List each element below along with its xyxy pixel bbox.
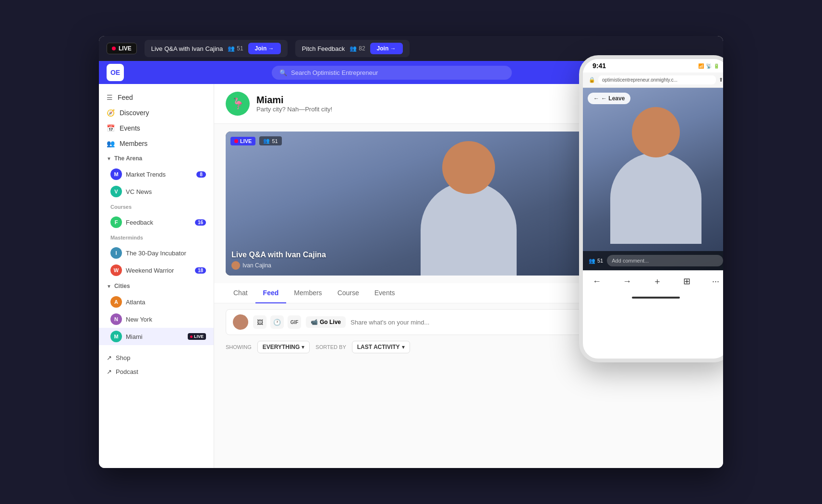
feed-icon: ☰ [107,94,113,101]
cities-section-header[interactable]: ▼ Cities [99,279,214,293]
phone-viewers: 👥 51 [589,258,603,264]
phone-url[interactable]: optimisticentrepreneur.onmighty.c... [598,75,716,84]
video-viewers: 👥 51 [259,136,281,145]
tab-course[interactable]: Course [330,283,367,303]
video-live-dot [234,139,238,143]
event1-count: 👥 51 [228,45,243,52]
market-trends-icon: M [110,168,122,180]
phone-time: 9:41 [592,62,606,70]
go-live-button[interactable]: 📹 Go Live [306,316,346,328]
masterminds-section-header[interactable]: Masterminds [99,231,214,244]
sidebar-item-members[interactable]: 👥 Members [99,136,214,151]
phone-back-button[interactable]: ← [592,276,601,287]
group-name: Miami [256,95,332,106]
showing-select[interactable]: EVERYTHING ▾ [257,341,310,353]
gif-tool-button[interactable]: GIF [288,315,301,329]
search-placeholder: Search Optimistic Entrepreneur [291,69,378,76]
podcast-label: Podcast [116,368,138,375]
masterminds-label: Masterminds [110,235,143,240]
image-tool-button[interactable]: 🖼 [253,315,266,329]
market-trends-label: Market Trends [126,171,166,178]
courses-section-header[interactable]: Courses [99,200,214,214]
phone-home-indicator [583,292,723,303]
video-overlay-bottom: Live Q&A with Ivan Cajina Ivan Cajina [231,251,326,270]
incubator-icon: I [110,247,122,259]
event1-bar: Live Q&A with Ivan Cajina 👥 51 Join → [145,40,288,57]
phone-forward-button[interactable]: → [623,276,631,287]
miami-icon: M [110,331,122,342]
event2-name: Pitch Feedback [302,45,345,52]
sorted-label: SORTED BY [315,344,346,350]
sidebar-item-members-label: Members [120,140,147,147]
signal-icon: 📶 [698,63,704,69]
video-overlay-top: LIVE 👥 51 [230,136,282,145]
video-live-badge: LIVE [230,137,255,145]
showing-label: SHOWING [226,344,252,350]
cities-section-label: Cities [114,283,130,289]
lock-icon: 🔒 [589,77,595,83]
sidebar-podcast[interactable]: ↗ Podcast [99,365,214,379]
logo: OE [107,64,124,81]
phone-status-bar: 9:41 📶 📡 🔋 [583,59,723,72]
sidebar-channel-incubator[interactable]: I The 30-Day Incubator [99,244,214,262]
video-title: Live Q&A with Ivan Cajina [231,251,326,259]
share-icon[interactable]: ⬆ [719,77,723,83]
phone-more-button[interactable]: ··· [712,276,719,287]
sorted-select[interactable]: LAST ACTIVITY ▾ [352,341,410,353]
miami-label: Miami [126,333,143,340]
composer-tools: 🖼 🕐 GIF [253,315,301,329]
tab-chat[interactable]: Chat [226,283,255,303]
home-bar [632,297,680,299]
sidebar-channel-feedback[interactable]: F Feedback 16 [99,214,214,231]
search-icon: 🔍 [279,69,287,76]
sidebar-shop[interactable]: ↗ Shop [99,351,214,365]
live-dot-icon [112,47,116,50]
group-avatar: 🦩 [226,92,250,116]
incubator-label: The 30-Day Incubator [126,250,186,257]
feedback-label: Feedback [126,219,153,226]
miami-live-tag: LIVE [188,333,206,340]
sidebar-item-discovery[interactable]: 🧭 Discovery [99,105,214,120]
phone-add-button[interactable]: ＋ [653,276,662,287]
sidebar-item-feed[interactable]: ☰ Feed [99,90,214,105]
tab-events[interactable]: Events [367,283,403,303]
phone-status-icons: 📶 📡 🔋 [698,63,719,69]
phone-leave-button[interactable]: ← ← Leave [588,93,630,104]
miami-live-dot [190,336,193,338]
phone-comment-input[interactable]: Add comment... [607,255,723,266]
sidebar-channel-miami[interactable]: M Miami LIVE [99,328,214,345]
sidebar-channel-vc-news[interactable]: V VC News [99,183,214,200]
composer-avatar [233,314,248,330]
sidebar-channel-market-trends[interactable]: M Market Trends 8 [99,166,214,183]
time-tool-button[interactable]: 🕐 [270,315,284,329]
search-bar[interactable]: 🔍 Search Optimistic Entrepreneur [272,66,512,80]
sidebar-item-feed-label: Feed [118,94,133,101]
tab-feed[interactable]: Feed [255,283,287,303]
phone-tabs-button[interactable]: ⊞ [683,276,690,287]
sidebar: ☰ Feed 🧭 Discovery 📅 Events 👥 Members ▼ [99,84,214,468]
event2-join-button[interactable]: Join → [370,43,403,54]
live-badge: LIVE [107,43,137,54]
discovery-icon: 🧭 [107,109,115,117]
arena-section-header[interactable]: ▼ The Arena [99,151,214,166]
sidebar-channel-weekend[interactable]: W Weekend Warrior 18 [99,262,214,279]
new-york-icon: N [110,313,122,325]
phone-comment-bar: 👥 51 Add comment... [583,251,723,270]
cities-chevron-icon: ▼ [107,284,111,289]
phone-mockup: 9:41 📶 📡 🔋 🔒 optimisticentrepreneur.onmi… [579,55,723,362]
group-tagline: Party city? Nah—Profit city! [256,106,332,113]
event1-join-button[interactable]: Join → [248,43,281,54]
sidebar-channel-atlanta[interactable]: A Atlanta [99,293,214,311]
battery-icon: 🔋 [713,63,719,69]
video-host: Ivan Cajina [231,261,326,270]
atlanta-icon: A [110,296,122,308]
feedback-badge: 16 [195,219,206,226]
event2-count: 👥 82 [350,45,365,52]
sidebar-item-events[interactable]: 📅 Events [99,120,214,136]
host-avatar [231,261,240,270]
atlanta-label: Atlanta [126,299,145,306]
sidebar-channel-new-york[interactable]: N New York [99,311,214,328]
vc-news-icon: V [110,186,122,197]
arena-chevron-icon: ▼ [107,156,111,161]
tab-members[interactable]: Members [286,283,329,303]
